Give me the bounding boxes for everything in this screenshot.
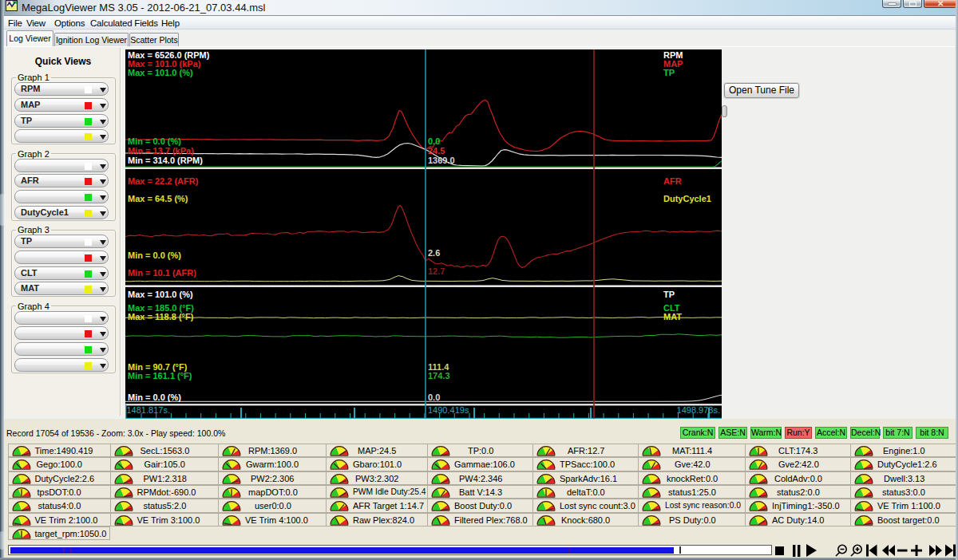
svg-text:AFR: AFR — [663, 176, 682, 186]
svg-text:174.3: 174.3 — [428, 371, 450, 381]
svg-text:Max = 118.8 (°F): Max = 118.8 (°F) — [128, 312, 194, 321]
svg-text:1481.817s.: 1481.817s. — [127, 405, 170, 415]
svg-text:2.6: 2.6 — [428, 248, 440, 258]
svg-text:Min = 0.0 (%): Min = 0.0 (%) — [128, 392, 181, 402]
svg-text:24.5: 24.5 — [428, 146, 445, 156]
svg-text:1490.419s: 1490.419s — [428, 405, 469, 415]
svg-text:Max = 64.5 (%): Max = 64.5 (%) — [128, 194, 188, 203]
svg-text:Min = 13.7 (kPa): Min = 13.7 (kPa) — [128, 146, 194, 156]
svg-text:Min = 0.0 (%): Min = 0.0 (%) — [128, 136, 181, 146]
svg-text:Max = 22.2 (AFR): Max = 22.2 (AFR) — [128, 176, 199, 186]
svg-text:1498.973s.: 1498.973s. — [677, 405, 720, 415]
svg-text:Min = 161.1 (°F): Min = 161.1 (°F) — [128, 371, 192, 381]
svg-text:0.0: 0.0 — [428, 136, 440, 146]
svg-text:MAT: MAT — [663, 312, 682, 321]
svg-text:Max = 185.0 (°F): Max = 185.0 (°F) — [128, 303, 194, 313]
svg-text:Max = 101.0 (%): Max = 101.0 (%) — [128, 290, 193, 299]
svg-text:DutyCycle1: DutyCycle1 — [663, 194, 711, 203]
svg-text:0.0: 0.0 — [428, 392, 440, 402]
svg-text:12.7: 12.7 — [428, 266, 445, 276]
svg-text:Max = 101.0 (%): Max = 101.0 (%) — [128, 68, 193, 77]
svg-text:Min = 314.0 (RPM): Min = 314.0 (RPM) — [128, 156, 203, 165]
svg-text:1369.0: 1369.0 — [428, 156, 455, 165]
svg-text:111.4: 111.4 — [428, 362, 449, 372]
svg-text:CLT: CLT — [663, 303, 680, 313]
svg-text:TP: TP — [663, 290, 675, 299]
svg-text:Min = 90.7 (°F): Min = 90.7 (°F) — [128, 362, 188, 372]
svg-text:Min = 10.1 (AFR): Min = 10.1 (AFR) — [128, 268, 196, 278]
svg-text:TP: TP — [663, 68, 675, 77]
svg-text:Min = 0.0 (%): Min = 0.0 (%) — [128, 250, 181, 260]
